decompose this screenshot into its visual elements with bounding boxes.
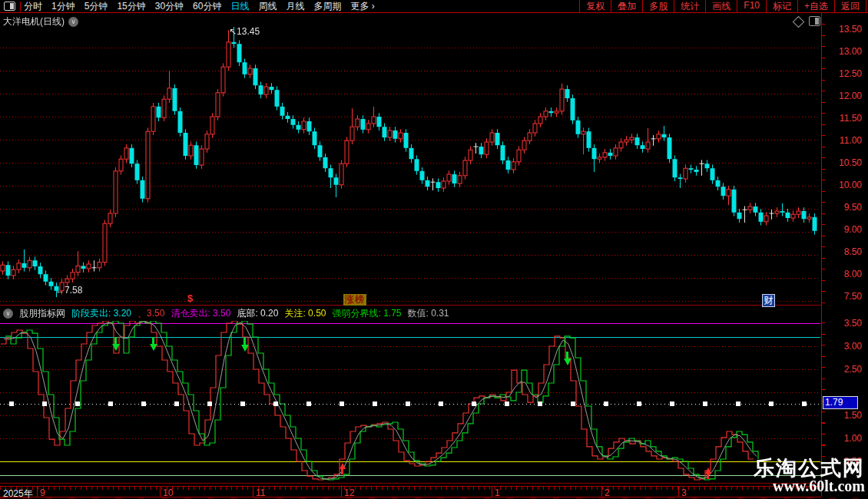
- indicator-param-3: 清仓卖出: 3.50: [171, 307, 230, 320]
- buy-arrow-icon: [338, 463, 346, 474]
- indicator-tick-label: 3.00: [822, 341, 862, 352]
- diamond-icon[interactable]: [793, 16, 805, 28]
- indicator-param-1: 阶段卖出: 3.20: [71, 307, 131, 320]
- price-tick-label: 8.50: [822, 246, 862, 257]
- price-tick-label: 10.50: [822, 157, 862, 168]
- indicator-param-4: 底部: 0.20: [237, 307, 278, 320]
- chevron-down-icon[interactable]: ∨: [68, 17, 78, 27]
- month-label: 12: [344, 487, 354, 498]
- month-separator: [601, 487, 602, 497]
- toolbar-item-2[interactable]: 多股: [642, 0, 674, 13]
- page-title: 大洋电机(日线): [3, 15, 65, 28]
- month-separator: [492, 487, 492, 497]
- toolbar-menu: 复权叠加多股统计画线F10标记+自选返回: [579, 0, 868, 13]
- toolbar-item-5[interactable]: F10: [737, 0, 766, 13]
- indicator-tick-label: 1.00: [822, 433, 862, 444]
- rank-badge[interactable]: 涨榜: [343, 294, 366, 306]
- watermark-url: www.60lt.com: [754, 478, 865, 494]
- indicator-param-7: 数值: 0.31: [408, 307, 449, 320]
- tab-period-2[interactable]: 5分钟: [84, 0, 108, 13]
- sell-arrow-icon: [563, 352, 571, 365]
- month-label: 11: [256, 487, 265, 498]
- month-label: 3: [681, 487, 687, 498]
- price-tick-label: 9.00: [822, 224, 862, 235]
- sell-arrow-icon: [111, 337, 120, 351]
- indicator-parameters: 股朋指标网阶段卖出: 3.20、3.50清仓卖出: 3.50底部: 0.20关注…: [19, 307, 449, 320]
- tab-period-1[interactable]: 1分钟: [51, 0, 75, 13]
- toolbar-item-4[interactable]: 画线: [705, 0, 737, 13]
- sell-signal-marker: $: [187, 292, 193, 304]
- price-tick-label: 8.00: [822, 269, 862, 279]
- indicator-tick-label: 3.50: [822, 318, 862, 329]
- month-label: 1: [495, 487, 500, 498]
- panel-layout-icon[interactable]: [809, 16, 820, 26]
- indicator-tick-label: 2.50: [822, 364, 862, 375]
- toolbar-item-1[interactable]: 叠加: [611, 0, 642, 13]
- watermark: 乐淘公式网 www.60lt.com: [754, 458, 865, 494]
- toolbar-item-7[interactable]: +自选: [797, 0, 834, 13]
- low-annotation: ←7.58: [55, 285, 82, 296]
- year-label: 2025年: [3, 487, 33, 499]
- period-menu: 分时1分钟5分钟15分钟30分钟60分钟日线周线月线多周期更多 ›: [24, 0, 375, 13]
- window-layout-icon[interactable]: [4, 2, 15, 11]
- indicator-param-6: 强弱分界线: 1.75: [332, 307, 401, 320]
- tab-period-0[interactable]: 分时: [24, 0, 42, 13]
- month-label: 9: [40, 487, 45, 498]
- indicator-header: ∨ 股朋指标网阶段卖出: 3.20、3.50清仓卖出: 3.50底部: 0.20…: [3, 307, 449, 319]
- tab-period-8[interactable]: 月线: [286, 0, 304, 13]
- price-tick-label: 11.50: [822, 113, 862, 124]
- toolbar-item-0[interactable]: 复权: [579, 0, 611, 13]
- price-axis[interactable]: 13.5013.0012.5012.0011.5011.0010.5010.00…: [821, 13, 868, 496]
- candlestick-chart-canvas[interactable]: [0, 13, 821, 306]
- trading-app-window: 分时1分钟5分钟15分钟30分钟60分钟日线周线月线多周期更多 › 复权叠加多股…: [0, 0, 868, 499]
- tab-period-5[interactable]: 60分钟: [193, 0, 221, 13]
- panel-separator: [0, 305, 868, 306]
- watermark-site-name: 乐淘公式网: [754, 458, 865, 478]
- toolbar-item-6[interactable]: 标记: [766, 0, 797, 13]
- finance-badge[interactable]: 财: [762, 294, 775, 307]
- high-annotation: ↖13.45: [229, 26, 260, 37]
- price-tick-label: 11.00: [822, 135, 862, 146]
- month-separator: [341, 487, 342, 497]
- month-separator: [160, 487, 161, 497]
- buy-arrow-icon: [704, 468, 712, 479]
- price-tick-label: 10.00: [822, 180, 862, 190]
- chart-title-row: 大洋电机(日线) ∨: [3, 15, 78, 28]
- sell-arrow-icon: [149, 337, 157, 351]
- indicator-param-5: 关注: 0.50: [284, 307, 326, 320]
- chart-corner-icons: [794, 16, 820, 26]
- tab-period-9[interactable]: 多周期: [313, 0, 341, 13]
- month-label: 10: [163, 487, 173, 498]
- price-tick-label: 9.50: [822, 202, 862, 213]
- current-value-badge: 1.79: [823, 396, 858, 409]
- price-tick-label: 13.00: [822, 46, 862, 57]
- toolbar-item-3[interactable]: 统计: [674, 0, 705, 13]
- chevron-down-icon[interactable]: ∨: [3, 309, 13, 319]
- sell-arrow-icon: [240, 338, 249, 352]
- price-tick-label: 13.50: [822, 24, 862, 35]
- tab-period-7[interactable]: 周线: [258, 0, 277, 13]
- indicator-param-0: 股朋指标网: [19, 307, 65, 320]
- tab-period-3[interactable]: 15分钟: [117, 0, 145, 13]
- price-tick-label: 7.50: [822, 291, 862, 302]
- indicator-param-2: 、3.50: [137, 307, 164, 320]
- menubar: 分时1分钟5分钟15分钟30分钟60分钟日线周线月线多周期更多 › 复权叠加多股…: [0, 0, 868, 13]
- tab-period-6[interactable]: 日线: [230, 0, 249, 13]
- price-tick-label: 12.00: [822, 91, 862, 101]
- indicator-tick-label: 1.50: [822, 410, 862, 421]
- month-separator: [678, 487, 679, 497]
- month-separator: [37, 487, 38, 497]
- indicator-chart-canvas[interactable]: [0, 321, 821, 486]
- toolbar-item-8[interactable]: 返回: [834, 0, 866, 13]
- month-separator: [253, 487, 253, 497]
- tab-period-4[interactable]: 30分钟: [155, 0, 184, 13]
- menu-separator: [20, 2, 21, 12]
- tab-period-10[interactable]: 更多 ›: [350, 0, 374, 13]
- month-label: 2: [605, 487, 610, 498]
- time-axis[interactable]: [0, 486, 821, 497]
- price-tick-label: 12.50: [822, 68, 862, 79]
